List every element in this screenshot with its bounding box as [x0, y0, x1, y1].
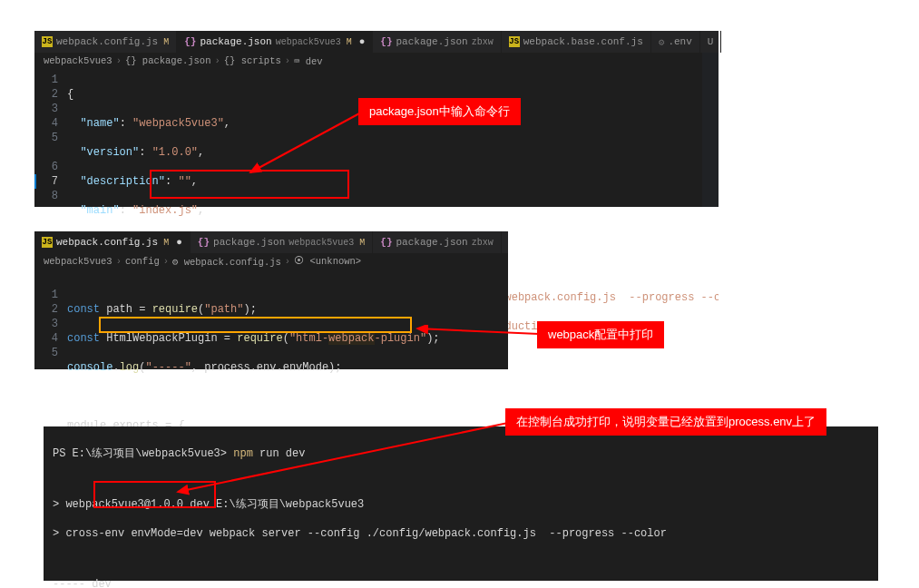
js-icon: JS: [42, 237, 53, 248]
json-icon: {}: [198, 237, 210, 248]
json-icon: {}: [380, 237, 392, 248]
tab-package-json-2[interactable]: {} package.json zbxw: [373, 31, 501, 53]
tab-label: package.json: [200, 36, 271, 47]
tab-package-json[interactable]: {} package.json webpack5vue3 M: [191, 231, 373, 253]
modified-indicator: M: [347, 37, 352, 47]
breadcrumb-item[interactable]: webpack5vue3: [44, 55, 112, 66]
json-icon: {}: [380, 36, 392, 47]
annotation-box-3: 在控制台成功打印，说明变量已经放置到process.env上了: [505, 408, 826, 436]
tab-label: .env: [668, 36, 691, 47]
tab-label: package.json: [213, 237, 285, 248]
editor-pane-webpack-config: JS webpack.config.js M ● {} package.json…: [34, 231, 508, 369]
tab-bar: JS webpack.config.js M {} package.json w…: [34, 31, 719, 53]
tab-package-json-active[interactable]: {} package.json webpack5vue3 M ●: [177, 31, 373, 53]
breadcrumb-item[interactable]: {} package.json: [125, 55, 211, 66]
terminal-pane[interactable]: PS E:\练习项目\webpack5vue3> npm run dev > w…: [44, 426, 878, 581]
active-line-indicator: [34, 174, 36, 189]
annotation-text: webpack配置中打印: [548, 327, 653, 343]
tab-webpack-base[interactable]: JS webpack.base.conf.js: [502, 31, 651, 53]
minimap[interactable]: [702, 53, 719, 207]
js-icon: JS: [42, 36, 53, 47]
json-icon: {}: [184, 36, 196, 47]
tab-label: webpack.config.js: [56, 36, 158, 47]
annotation-box-2: webpack配置中打印: [537, 321, 664, 348]
breadcrumb-item[interactable]: webpack5vue3: [44, 256, 112, 267]
annotation-box-1: package.json中输入命令行: [358, 98, 521, 125]
tab-subpath: webpack5vue3: [288, 238, 354, 248]
modified-indicator: M: [163, 37, 169, 47]
annotation-text: 在控制台成功打印，说明变量已经放置到process.env上了: [516, 414, 816, 430]
annotation-text: package.json中输入命令行: [369, 103, 510, 120]
js-icon: JS: [509, 36, 520, 47]
tab-bar: JS webpack.config.js M ● {} package.json…: [34, 231, 508, 253]
tab-subpath: zbxw: [472, 238, 494, 248]
tab-subpath: zbxw: [472, 37, 494, 47]
terminal-output[interactable]: PS E:\练习项目\webpack5vue3> npm run dev > w…: [44, 426, 878, 588]
breadcrumb-item[interactable]: config: [125, 256, 160, 267]
tab-label: U: [708, 36, 714, 47]
modified-indicator: M: [163, 238, 169, 248]
tab-u[interactable]: U: [700, 31, 722, 53]
tab-label: webpack.base.conf.js: [523, 36, 643, 47]
tab-webpack-config-active[interactable]: JS webpack.config.js M ●: [34, 231, 191, 253]
tab-label: package.json: [396, 36, 468, 47]
dirty-dot-icon[interactable]: ●: [359, 36, 366, 47]
gear-icon: ⚙: [659, 36, 665, 48]
breadcrumb-item[interactable]: {} scripts: [224, 55, 281, 66]
tab-webpack-config[interactable]: JS webpack.config.js M: [34, 31, 177, 53]
tab-env[interactable]: ⚙ .env: [651, 31, 700, 53]
breadcrumb-bar[interactable]: webpack5vue3› {} package.json› {} script…: [34, 53, 719, 69]
modified-indicator: M: [359, 238, 365, 248]
tab-subpath: webpack5vue3: [276, 37, 341, 47]
dirty-dot-icon[interactable]: ●: [176, 237, 182, 248]
breadcrumb-item[interactable]: ⚙ webpack.config.js: [172, 256, 281, 268]
tab-label: package.json: [396, 237, 468, 248]
breadcrumb-item[interactable]: ⦿ <unknown>: [294, 256, 361, 267]
tab-label: webpack.config.js: [56, 237, 158, 248]
breadcrumb-item[interactable]: ⌨ dev: [294, 55, 323, 67]
breadcrumb-bar[interactable]: webpack5vue3› config› ⚙ webpack.config.j…: [34, 253, 508, 270]
tab-package-json-2[interactable]: {} package.json zbxw: [373, 231, 501, 253]
